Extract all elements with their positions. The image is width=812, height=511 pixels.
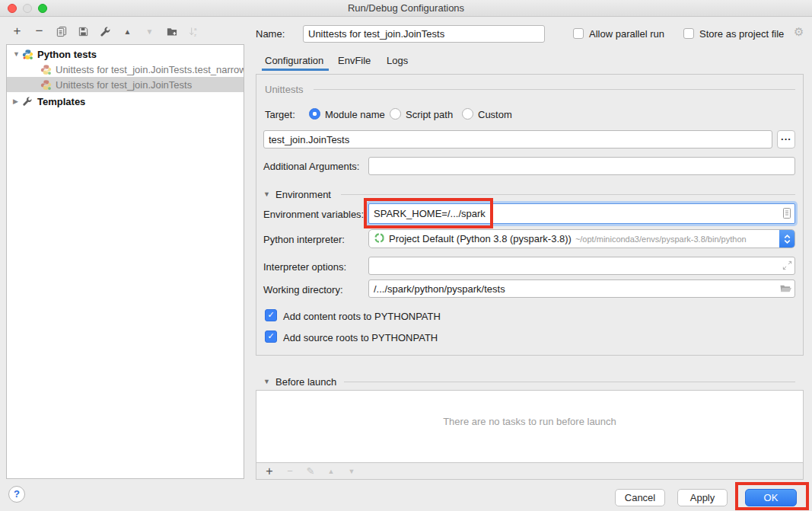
tab-configuration[interactable]: Configuration [265, 55, 323, 66]
interpreter-value: Project Default (Python 3.8 (pyspark-3.8… [389, 233, 572, 244]
before-launch-panel: There are no tasks to run before launch … [256, 390, 804, 480]
target-custom-radio[interactable] [462, 108, 473, 120]
before-launch-title: Before launch [275, 376, 336, 388]
before-launch-empty-message: There are no tasks to run before launch [256, 416, 803, 427]
environment-variables-label: Environment variables: [263, 209, 364, 220]
svg-text:z: z [194, 31, 196, 37]
svg-text:a: a [194, 26, 197, 31]
active-tab-indicator [262, 69, 329, 71]
python-interpreter-label: Python interpreter: [263, 234, 345, 245]
python-config-icon [40, 64, 52, 75]
tree-item-label: Unittests for test_join.JoinTests [56, 79, 192, 91]
expand-field-icon[interactable] [782, 260, 793, 273]
target-module-name-radio[interactable] [309, 108, 320, 120]
tab-logs[interactable]: Logs [387, 55, 408, 66]
allow-parallel-run-label: Allow parallel run [589, 28, 664, 40]
tree-item-unittests-jointests[interactable]: Unittests for test_join.JoinTests [7, 77, 244, 92]
move-down-button: ▼ [143, 24, 156, 38]
store-as-project-file-checkbox[interactable] [683, 28, 694, 39]
tree-item-templates[interactable]: ▶ Templates [7, 94, 244, 109]
before-launch-task-list[interactable]: There are no tasks to run before launch [256, 391, 803, 463]
gear-icon[interactable]: ⚙ [794, 25, 804, 39]
remove-task-button: − [285, 465, 295, 477]
titlebar: Run/Debug Configurations [0, 0, 812, 17]
add-task-button[interactable]: + [264, 465, 275, 478]
edit-templates-wrench-icon[interactable] [99, 24, 112, 38]
help-button[interactable]: ? [8, 486, 25, 503]
environment-variables-input[interactable] [368, 203, 795, 224]
move-task-down-button: ▼ [346, 468, 357, 475]
edit-task-pencil-icon: ✎ [305, 465, 316, 477]
python-tests-icon [22, 49, 33, 60]
interpreter-path: ~/opt/miniconda3/envs/pyspark-3.8/bin/py… [575, 235, 747, 244]
additional-arguments-input[interactable] [368, 157, 795, 175]
tree-item-label: Templates [37, 96, 85, 107]
configurations-tree: ▼ Python tests Unittests for test_join.J… [6, 44, 244, 479]
zoom-window-button[interactable] [38, 4, 47, 13]
add-content-roots-label: Add content roots to PYTHONPATH [283, 311, 441, 322]
group-separator [344, 382, 795, 382]
cancel-button[interactable]: Cancel [615, 489, 665, 506]
ok-button[interactable]: OK [745, 489, 797, 506]
sort-configurations-icon: az [187, 24, 200, 38]
minimize-window-button [23, 4, 32, 13]
conda-env-icon [374, 232, 385, 246]
unittests-group-title: Unittests [265, 84, 304, 95]
name-input[interactable] [303, 25, 545, 43]
dropdown-chevrons-icon[interactable] [779, 229, 795, 248]
group-separator [341, 194, 795, 195]
add-source-roots-checkbox[interactable]: ✓ [265, 331, 277, 343]
python-interpreter-select[interactable]: Project Default (Python 3.8 (pyspark-3.8… [368, 229, 795, 248]
window-title: Run/Debug Configurations [0, 0, 812, 17]
tree-item-python-tests[interactable]: ▼ Python tests [7, 46, 244, 62]
additional-arguments-label: Additional Arguments: [263, 161, 359, 172]
before-launch-collapse-icon[interactable]: ▼ [263, 378, 270, 385]
remove-configuration-button[interactable]: − [33, 24, 46, 38]
group-separator [314, 89, 795, 90]
tree-item-label: Python tests [37, 49, 97, 60]
chevron-right-icon[interactable]: ▶ [13, 97, 22, 105]
target-script-path-label: Script path [406, 109, 453, 120]
move-task-up-button: ▲ [326, 468, 336, 475]
add-content-roots-checkbox[interactable]: ✓ [265, 309, 277, 321]
target-custom-label: Custom [478, 109, 512, 120]
add-configuration-button[interactable]: + [11, 24, 24, 38]
templates-wrench-icon [22, 96, 33, 107]
paste-env-vars-icon[interactable] [781, 207, 793, 222]
before-launch-toolbar: + − ✎ ▲ ▼ [256, 462, 803, 479]
move-up-button[interactable]: ▲ [121, 24, 134, 38]
configurations-toolbar: + − ▲ ▼ az [11, 24, 200, 39]
tab-envfile[interactable]: EnvFile [338, 55, 371, 66]
store-as-project-file-label: Store as project file [699, 28, 784, 40]
python-config-icon [40, 79, 52, 91]
chevron-down-icon[interactable]: ▼ [13, 50, 22, 58]
allow-parallel-run-checkbox[interactable] [573, 28, 584, 39]
save-configuration-icon[interactable] [77, 24, 90, 38]
close-window-button[interactable] [8, 4, 17, 13]
add-source-roots-label: Add source roots to PYTHONPATH [283, 332, 438, 343]
tree-item-unittests-narrow[interactable]: Unittests for test_join.JoinTests.test_n… [7, 62, 244, 77]
target-script-path-radio[interactable] [390, 108, 401, 120]
environment-collapse-icon[interactable]: ▼ [263, 190, 270, 198]
new-folder-icon[interactable] [165, 24, 178, 38]
tree-item-label: Unittests for test_join.JoinTests.test_n… [56, 64, 244, 75]
name-label: Name: [256, 28, 285, 40]
working-directory-label: Working directory: [263, 284, 343, 295]
open-folder-icon[interactable] [779, 283, 792, 296]
apply-button[interactable]: Apply [677, 489, 728, 506]
interpreter-options-input[interactable] [368, 257, 795, 275]
target-label: Target: [265, 109, 295, 120]
environment-section-title: Environment [275, 189, 331, 200]
working-directory-input[interactable] [368, 279, 795, 298]
target-input[interactable] [263, 130, 772, 149]
interpreter-options-label: Interpreter options: [263, 261, 346, 273]
target-module-name-label: Module name [325, 109, 385, 120]
copy-configuration-icon[interactable] [55, 24, 68, 38]
browse-target-button[interactable]: ... [777, 130, 795, 149]
